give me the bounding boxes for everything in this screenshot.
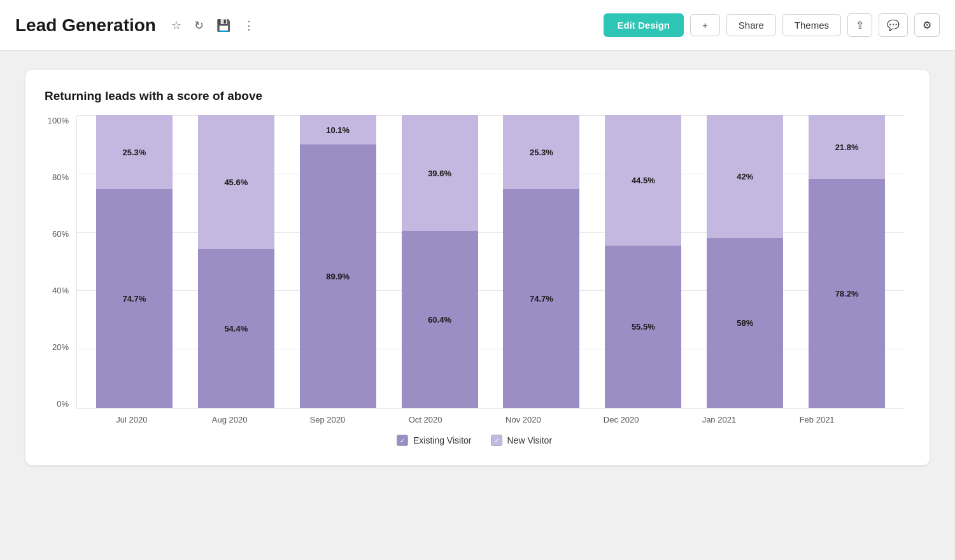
bar-label-new: 44.5% (632, 176, 655, 185)
y-label-100: 100% (45, 116, 69, 125)
main-content: Returning leads with a score of above 0%… (0, 51, 955, 560)
toolbar-icon-group: ☆ ↻ 💾 ⋮ (169, 16, 604, 35)
bar-group: 78.2%21.8% (809, 115, 885, 408)
bar-segment-existing: 74.7% (503, 189, 579, 408)
bar-segment-new: 25.3% (503, 115, 579, 189)
bar-group: 89.9%10.1% (300, 115, 376, 408)
bar-label-new: 42% (737, 172, 753, 181)
save-button[interactable]: 💾 (214, 16, 233, 35)
bar-label-new: 25.3% (123, 148, 146, 157)
bar-segment-existing: 54.4% (198, 249, 274, 408)
x-label: Dec 2020 (583, 415, 660, 424)
x-label: Feb 2021 (779, 415, 855, 424)
stacked-bar: 54.4%45.6% (198, 115, 274, 408)
stacked-bar: 60.4%39.6% (402, 115, 478, 408)
export-button[interactable]: ⇧ (847, 13, 872, 37)
bar-group: 74.7%25.3% (503, 115, 579, 408)
x-label: Aug 2020 (192, 415, 268, 424)
y-axis: 0% 20% 40% 60% 80% 100% (45, 116, 76, 409)
legend-new-label: New Visitor (507, 435, 553, 445)
bar-segment-new: 44.5% (605, 115, 681, 246)
add-button[interactable]: + (690, 14, 720, 36)
bars-inner: 74.7%25.3%54.4%45.6%89.9%10.1%60.4%39.6%… (83, 116, 898, 408)
bar-segment-new: 45.6% (198, 115, 274, 249)
bar-label-new: 25.3% (530, 148, 553, 157)
bar-label-existing: 55.5% (632, 322, 655, 332)
bar-label-existing: 54.4% (224, 324, 248, 333)
toolbar-right: Edit Design + Share Themes ⇧ 💬 ⚙ (604, 13, 940, 37)
x-label: Jul 2020 (94, 415, 170, 424)
bar-segment-existing: 89.9% (300, 144, 376, 408)
refresh-button[interactable]: ↻ (192, 16, 206, 35)
bar-segment-new: 25.3% (96, 115, 173, 189)
bar-label-new: 10.1% (326, 125, 350, 135)
chart-container: 0% 20% 40% 60% 80% 100% (45, 116, 904, 446)
more-options-button[interactable]: ⋮ (241, 16, 257, 35)
bar-group: 74.7%25.3% (96, 115, 173, 408)
bar-label-new: 21.8% (835, 143, 859, 152)
x-label: Oct 2020 (387, 415, 463, 424)
y-label-80: 80% (45, 172, 69, 182)
chart-body: 0% 20% 40% 60% 80% 100% (45, 116, 904, 409)
bar-group: 60.4%39.6% (402, 115, 478, 408)
bar-segment-new: 21.8% (809, 115, 885, 179)
share-button[interactable]: Share (726, 14, 776, 36)
x-label: Jan 2021 (681, 415, 757, 424)
y-label-60: 60% (45, 229, 69, 239)
legend-swatch-new: ✓ (491, 435, 502, 446)
stacked-bar: 55.5%44.5% (605, 115, 681, 408)
legend-new: ✓ New Visitor (491, 435, 553, 446)
bar-segment-existing: 74.7% (96, 189, 173, 408)
bar-label-existing: 89.9% (326, 272, 350, 281)
bar-label-existing: 78.2% (835, 289, 859, 298)
x-label: Nov 2020 (485, 415, 562, 424)
legend-existing: ✓ Existing Visitor (397, 435, 472, 446)
legend: ✓ Existing Visitor ✓ New Visitor (45, 435, 904, 446)
stacked-bar: 78.2%21.8% (809, 115, 885, 408)
favorite-button[interactable]: ☆ (169, 16, 184, 35)
legend-existing-label: Existing Visitor (413, 435, 472, 445)
x-labels: Jul 2020Aug 2020Sep 2020Oct 2020Nov 2020… (45, 409, 904, 424)
stacked-bar: 74.7%25.3% (503, 115, 579, 408)
bar-segment-existing: 60.4% (402, 231, 478, 408)
bar-segment-existing: 55.5% (605, 246, 681, 408)
toolbar: Lead Generation ☆ ↻ 💾 ⋮ Edit Design + Sh… (0, 0, 955, 51)
chart-title: Returning leads with a score of above (45, 89, 904, 103)
bar-segment-new: 42% (707, 115, 783, 238)
themes-button[interactable]: Themes (782, 14, 841, 36)
bar-segment-existing: 78.2% (809, 179, 885, 408)
bars-area: 74.7%25.3%54.4%45.6%89.9%10.1%60.4%39.6%… (76, 116, 904, 409)
y-label-40: 40% (45, 286, 69, 295)
comments-button[interactable]: 💬 (879, 13, 908, 37)
page-title: Lead Generation (15, 15, 156, 36)
bar-label-existing: 74.7% (530, 294, 553, 304)
bar-group: 55.5%44.5% (605, 115, 681, 408)
legend-swatch-existing: ✓ (397, 435, 408, 446)
bar-segment-new: 39.6% (402, 115, 478, 231)
bar-segment-existing: 58% (707, 238, 783, 408)
edit-design-button[interactable]: Edit Design (604, 13, 684, 37)
bar-label-new: 39.6% (428, 169, 451, 178)
bar-label-existing: 60.4% (428, 315, 451, 325)
bar-group: 54.4%45.6% (198, 115, 274, 408)
chart-card: Returning leads with a score of above 0%… (25, 70, 930, 465)
bar-segment-new: 10.1% (300, 115, 376, 144)
bar-label-existing: 58% (737, 318, 753, 328)
bar-label-existing: 74.7% (123, 294, 146, 304)
settings-button[interactable]: ⚙ (914, 13, 940, 37)
bar-label-new: 45.6% (224, 178, 248, 187)
stacked-bar: 74.7%25.3% (96, 115, 173, 408)
stacked-bar: 89.9%10.1% (300, 115, 376, 408)
stacked-bar: 58%42% (707, 115, 783, 408)
bar-group: 58%42% (707, 115, 783, 408)
y-label-20: 20% (45, 342, 69, 352)
y-label-0: 0% (45, 399, 69, 409)
x-label: Sep 2020 (289, 415, 365, 424)
